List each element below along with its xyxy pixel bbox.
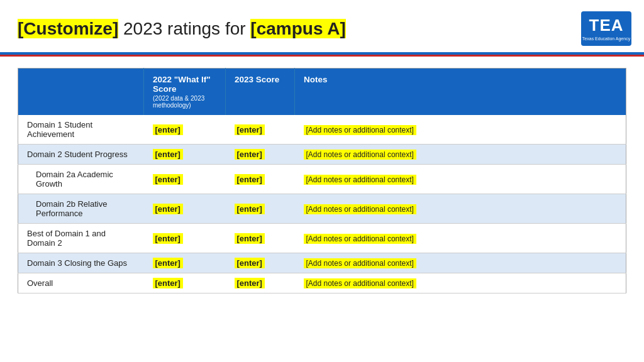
row-notes[interactable]: [Add notes or additional context] <box>295 165 626 194</box>
col-header-2023: 2023 Score <box>226 69 295 116</box>
row-2023-score[interactable]: [enter] <box>226 165 295 194</box>
title-middle: 2023 ratings for <box>118 19 250 38</box>
row-label: Overall <box>18 273 144 293</box>
row-notes[interactable]: [Add notes or additional context] <box>295 224 626 253</box>
row-notes[interactable]: [Add notes or additional context] <box>295 253 626 273</box>
row-2023-score[interactable]: [enter] <box>226 145 295 165</box>
row-label: Domain 2 Student Progress <box>18 145 144 165</box>
row-label: Domain 1 Student Achievement <box>18 115 144 145</box>
page-header: [Customize] 2023 ratings for [campus A] … <box>0 0 644 52</box>
page-title: [Customize] 2023 ratings for [campus A] <box>18 18 346 40</box>
row-what-if[interactable]: [enter] <box>144 115 226 145</box>
row-2023-score[interactable]: [enter] <box>226 115 295 145</box>
table-header-row: 2022 "What If" Score (2022 data & 2023 m… <box>18 69 626 116</box>
logo-sub: Texas Education Agency <box>582 36 630 41</box>
row-2023-score[interactable]: [enter] <box>226 224 295 253</box>
row-label: Domain 3 Closing the Gaps <box>18 253 144 273</box>
row-label: Domain 2b Relative Performance <box>18 194 144 224</box>
row-2023-score[interactable]: [enter] <box>226 253 295 273</box>
row-notes[interactable]: [Add notes or additional context] <box>295 115 626 145</box>
table-body: Domain 1 Student Achievement[enter][ente… <box>18 115 626 293</box>
col-header-what-if: 2022 "What If" Score (2022 data & 2023 m… <box>144 69 226 116</box>
row-what-if[interactable]: [enter] <box>144 273 226 293</box>
table-row: Domain 2b Relative Performance[enter][en… <box>18 194 626 224</box>
table-row: Domain 3 Closing the Gaps[enter][enter][… <box>18 253 626 273</box>
row-notes[interactable]: [Add notes or additional context] <box>295 194 626 224</box>
main-content: 2022 "What If" Score (2022 data & 2023 m… <box>0 57 644 300</box>
row-label: Domain 2a Academic Growth <box>18 165 144 194</box>
row-notes[interactable]: [Add notes or additional context] <box>295 273 626 293</box>
col-header-label <box>18 69 144 116</box>
row-what-if[interactable]: [enter] <box>144 194 226 224</box>
table-row: Best of Domain 1 and Domain 2[enter][ent… <box>18 224 626 253</box>
campus-label[interactable]: [campus A] <box>250 19 345 38</box>
ratings-table: 2022 "What If" Score (2022 data & 2023 m… <box>18 68 626 293</box>
table-row: Domain 2a Academic Growth[enter][enter][… <box>18 165 626 194</box>
row-label: Best of Domain 1 and Domain 2 <box>18 224 144 253</box>
row-what-if[interactable]: [enter] <box>144 165 226 194</box>
tea-logo: TEA Texas Education Agency <box>581 11 631 46</box>
customize-label[interactable]: [Customize] <box>18 19 118 38</box>
row-what-if[interactable]: [enter] <box>144 253 226 273</box>
row-what-if[interactable]: [enter] <box>144 224 226 253</box>
row-notes[interactable]: [Add notes or additional context] <box>295 145 626 165</box>
row-2023-score[interactable]: [enter] <box>226 194 295 224</box>
row-2023-score[interactable]: [enter] <box>226 273 295 293</box>
col-header-notes: Notes <box>295 69 626 116</box>
row-what-if[interactable]: [enter] <box>144 145 226 165</box>
table-row: Domain 2 Student Progress[enter][enter][… <box>18 145 626 165</box>
logo-text: TEA <box>589 16 624 35</box>
table-row: Domain 1 Student Achievement[enter][ente… <box>18 115 626 145</box>
table-row: Overall[enter][enter][Add notes or addit… <box>18 273 626 293</box>
